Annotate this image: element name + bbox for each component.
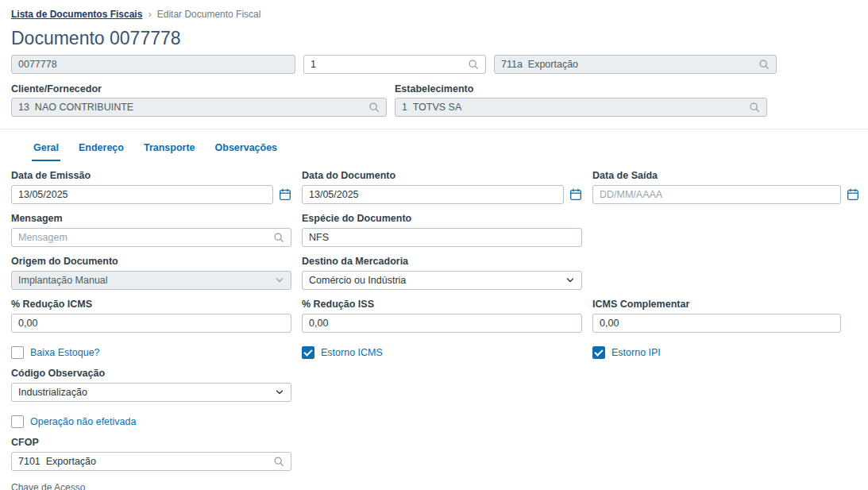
cliente-fornecedor-label: Cliente/Fornecedor bbox=[11, 83, 387, 95]
field-data-emissao: Data de Emissão bbox=[11, 170, 291, 204]
estabelecimento-field: Estabelecimento bbox=[395, 79, 767, 117]
baixa-estoque-checkbox[interactable]: Baixa Estoque? bbox=[11, 346, 291, 359]
origem-documento-value: Implantação Manual bbox=[18, 275, 108, 286]
breadcrumb-separator-icon: › bbox=[148, 8, 151, 20]
cliente-fornecedor-field: Cliente/Fornecedor bbox=[11, 79, 387, 117]
operacao-nao-efetivada-checkbox-label: Operação não efetivada bbox=[30, 416, 136, 427]
calendar-icon[interactable] bbox=[569, 188, 582, 201]
header-row-1 bbox=[0, 55, 868, 74]
natureza-field bbox=[494, 55, 777, 74]
natureza-input bbox=[501, 56, 754, 73]
estabelecimento-label: Estabelecimento bbox=[395, 83, 767, 95]
icms-complementar-input-wrap bbox=[592, 314, 841, 333]
calendar-icon[interactable] bbox=[279, 188, 291, 201]
especie-documento-input-wrap bbox=[302, 228, 582, 247]
data-saida-input-wrap bbox=[592, 185, 841, 204]
data-saida-input[interactable] bbox=[600, 186, 834, 203]
reducao-iss-input[interactable] bbox=[309, 314, 575, 332]
search-icon[interactable] bbox=[273, 232, 284, 243]
data-emissao-input-wrap bbox=[11, 185, 273, 204]
field-reducao-icms: % Redução ICMS bbox=[11, 299, 291, 333]
destino-mercadoria-value: Comércio ou Indústria bbox=[309, 275, 406, 286]
mensagem-input-wrap bbox=[11, 228, 291, 247]
serie-field bbox=[303, 55, 486, 74]
search-icon bbox=[758, 59, 770, 70]
estorno-icms-checkbox[interactable]: Estorno ICMS bbox=[302, 346, 582, 359]
search-icon bbox=[368, 102, 380, 113]
estabelecimento-input bbox=[402, 98, 744, 116]
operacao-nao-efetivada-checkbox[interactable]: Operação não efetivada bbox=[11, 415, 857, 428]
search-icon[interactable] bbox=[468, 59, 479, 70]
data-saida-label: Data de Saída bbox=[592, 170, 859, 181]
estorno-ipi-checkbox[interactable]: Estorno IPI bbox=[592, 346, 859, 359]
chevron-down-icon bbox=[275, 388, 284, 397]
serie-input[interactable] bbox=[311, 56, 463, 73]
calendar-icon[interactable] bbox=[847, 188, 859, 201]
field-chave-acesso: Chave de Acesso bbox=[11, 482, 857, 490]
field-icms-complementar: ICMS Complementar bbox=[592, 299, 859, 333]
chevron-down-icon bbox=[275, 276, 284, 285]
mensagem-input[interactable] bbox=[18, 229, 268, 246]
estorno-icms-checkbox-box[interactable] bbox=[302, 346, 314, 359]
breadcrumb-current: Editar Documento Fiscal bbox=[157, 9, 261, 20]
data-documento-input-wrap bbox=[302, 185, 564, 204]
especie-documento-label: Espécie do Documento bbox=[302, 213, 582, 224]
data-documento-label: Data do Documento bbox=[302, 170, 582, 181]
codigo-observacao-select[interactable]: Industrialização bbox=[11, 383, 291, 402]
origem-documento-select: Implantação Manual bbox=[11, 271, 291, 290]
tab-observacoes[interactable]: Observações bbox=[214, 138, 280, 161]
field-origem-documento: Origem do Documento Implantação Manual bbox=[11, 256, 291, 290]
cliente-fornecedor-input-wrap bbox=[11, 98, 387, 117]
data-documento-input[interactable] bbox=[309, 186, 557, 203]
data-emissao-input[interactable] bbox=[18, 186, 266, 203]
tab-bar: Geral Endereço Transporte Observações bbox=[0, 138, 868, 161]
tab-geral[interactable]: Geral bbox=[32, 138, 60, 161]
field-destino-mercadoria: Destino da Mercadoria Comércio ou Indúst… bbox=[302, 256, 582, 290]
estabelecimento-input-wrap bbox=[395, 98, 767, 117]
tab-transporte[interactable]: Transporte bbox=[142, 138, 197, 161]
cfop-label: CFOP bbox=[11, 437, 291, 448]
destino-mercadoria-label: Destino da Mercadoria bbox=[302, 256, 582, 267]
field-codigo-observacao: Código Observação Industrialização bbox=[11, 368, 291, 402]
breadcrumb: Lista de Documentos Fiscais › Editar Doc… bbox=[0, 0, 868, 20]
tab-panel-geral: Data de Emissão Data do Documento bbox=[0, 170, 868, 490]
header-divider bbox=[0, 129, 868, 129]
operacao-nao-efetivada-checkbox-box[interactable] bbox=[11, 415, 24, 428]
baixa-estoque-checkbox-label: Baixa Estoque? bbox=[30, 347, 100, 358]
reducao-iss-input-wrap bbox=[302, 314, 582, 333]
page: Lista de Documentos Fiscais › Editar Doc… bbox=[0, 0, 868, 490]
chevron-down-icon bbox=[565, 276, 575, 285]
tab-endereco[interactable]: Endereço bbox=[77, 138, 125, 161]
estorno-ipi-checkbox-label: Estorno IPI bbox=[611, 347, 661, 358]
field-cfop: CFOP bbox=[11, 437, 291, 471]
cfop-input-wrap bbox=[11, 452, 291, 471]
cliente-fornecedor-input bbox=[18, 98, 364, 116]
header-row-2: Cliente/Fornecedor Estabelecimento bbox=[0, 79, 868, 117]
breadcrumb-link-lista-documentos[interactable]: Lista de Documentos Fiscais bbox=[11, 9, 142, 20]
cfop-input[interactable] bbox=[18, 453, 268, 470]
reducao-icms-input-wrap bbox=[11, 314, 291, 333]
especie-documento-input[interactable] bbox=[309, 229, 575, 246]
estorno-ipi-checkbox-box[interactable] bbox=[592, 346, 605, 359]
field-mensagem: Mensagem bbox=[11, 213, 291, 247]
documento-input bbox=[18, 56, 288, 73]
page-title: Documento 0077778 bbox=[11, 27, 857, 49]
destino-mercadoria-select[interactable]: Comércio ou Indústria bbox=[302, 271, 582, 290]
field-especie-documento: Espécie do Documento bbox=[302, 213, 582, 247]
codigo-observacao-value: Industrialização bbox=[18, 387, 87, 398]
estorno-icms-checkbox-label: Estorno ICMS bbox=[321, 347, 383, 358]
data-emissao-label: Data de Emissão bbox=[11, 170, 291, 181]
codigo-observacao-label: Código Observação bbox=[11, 368, 291, 379]
search-icon[interactable] bbox=[273, 456, 284, 467]
mensagem-label: Mensagem bbox=[11, 213, 291, 224]
reducao-icms-label: % Redução ICMS bbox=[11, 299, 291, 310]
field-data-saida: Data de Saída bbox=[592, 170, 859, 204]
search-icon bbox=[749, 102, 760, 113]
reducao-icms-input[interactable] bbox=[18, 314, 284, 332]
field-reducao-iss: % Redução ISS bbox=[302, 299, 582, 333]
chave-acesso-label: Chave de Acesso bbox=[11, 482, 857, 490]
baixa-estoque-checkbox-box[interactable] bbox=[11, 346, 24, 359]
field-data-documento: Data do Documento bbox=[302, 170, 582, 204]
icms-complementar-label: ICMS Complementar bbox=[592, 299, 859, 310]
icms-complementar-input[interactable] bbox=[600, 314, 834, 332]
